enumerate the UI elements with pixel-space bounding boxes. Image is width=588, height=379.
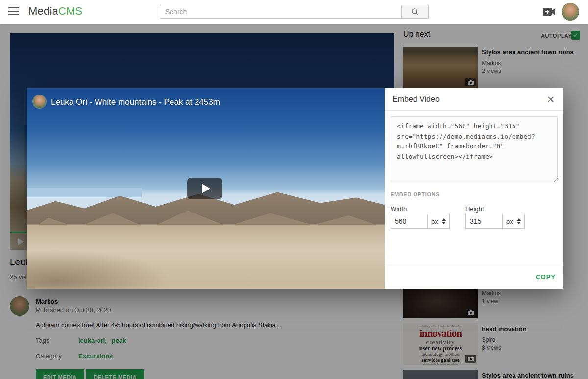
resize-handle[interactable] bbox=[554, 177, 558, 182]
copy-button[interactable]: COPY bbox=[536, 273, 556, 281]
user-avatar[interactable] bbox=[562, 3, 579, 21]
logo-text-media: Media bbox=[28, 5, 58, 17]
width-label: Width bbox=[391, 205, 407, 213]
search-icon bbox=[411, 8, 419, 16]
play-icon bbox=[202, 184, 210, 193]
mediacms-logo[interactable]: MediaCMS bbox=[28, 5, 82, 18]
height-unit-value: px bbox=[506, 218, 513, 225]
spinner-arrows-icon bbox=[442, 218, 446, 224]
dialog-divider bbox=[385, 110, 564, 111]
embed-video-preview[interactable]: Leuka Ori - White mountains - Peak at 24… bbox=[27, 88, 385, 289]
app-window: Leuka Ori - White mountains - Peak at 24… bbox=[0, 0, 588, 379]
dialog-footer: COPY bbox=[385, 266, 564, 289]
preview-video-title: Leuka Ori - White mountains - Peak at 24… bbox=[51, 97, 220, 107]
height-label: Height bbox=[466, 205, 484, 213]
embed-code-textarea[interactable]: <iframe width="560" height="315" src="ht… bbox=[391, 116, 558, 181]
spinner-arrows-icon bbox=[517, 218, 521, 224]
width-unit-value: px bbox=[431, 218, 438, 225]
embed-modal: Leuka Ori - White mountains - Peak at 24… bbox=[27, 88, 564, 289]
embed-dialog: Embed Video ✕ <iframe width="560" height… bbox=[385, 88, 564, 289]
preview-sea bbox=[27, 188, 142, 198]
top-header: MediaCMS bbox=[0, 0, 588, 24]
width-unit-select[interactable]: px bbox=[427, 214, 450, 229]
dialog-title: Embed Video bbox=[392, 95, 440, 104]
search-button[interactable] bbox=[401, 5, 429, 19]
width-input[interactable] bbox=[391, 214, 428, 229]
height-input[interactable] bbox=[466, 214, 503, 229]
menu-icon[interactable] bbox=[8, 7, 19, 15]
close-icon[interactable]: ✕ bbox=[547, 94, 555, 105]
logo-text-cms: CMS bbox=[58, 5, 83, 17]
preview-foreground-shadow bbox=[27, 249, 170, 289]
preview-play-button[interactable] bbox=[187, 178, 222, 199]
preview-author-avatar[interactable] bbox=[33, 95, 46, 108]
search-input[interactable] bbox=[160, 5, 401, 19]
height-unit-select[interactable]: px bbox=[502, 214, 525, 229]
upload-video-icon[interactable] bbox=[542, 6, 557, 18]
embed-options-label: EMBED OPTIONS bbox=[391, 191, 440, 197]
